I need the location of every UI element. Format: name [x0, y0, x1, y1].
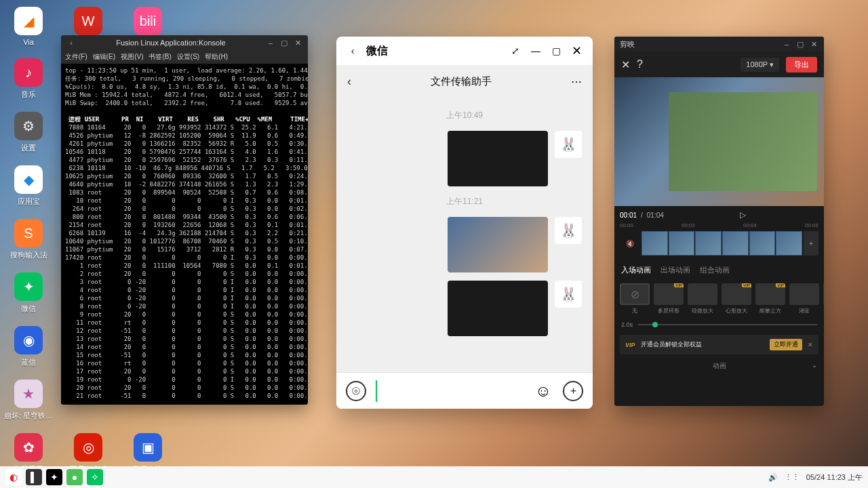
konsole-menubar: 文件(F)编辑(E)视图(V)书签(B)设置(S)帮助(H)	[61, 50, 308, 64]
taskbar-capcut[interactable]: ✦	[46, 469, 62, 485]
jianying-window: 剪映 – ▢ ✕ ✕ ? 1080P ▾ 导出 00:01 / 01:04 ▷ …	[614, 37, 824, 406]
chat-back-icon[interactable]: ‹	[347, 75, 351, 89]
vip-open-button[interactable]: 立即开通	[770, 339, 802, 350]
back-icon[interactable]: ‹	[346, 44, 359, 58]
duration-slider[interactable]: 2.0s	[614, 317, 824, 332]
close-icon[interactable]: ✕	[570, 44, 583, 58]
minimize-icon[interactable]: —	[529, 44, 542, 58]
konsole-title: Fusion Linux Application:Konsole	[80, 39, 262, 47]
play-icon[interactable]: ▷	[740, 210, 746, 220]
desktop-icon[interactable]: ⚙设置	[12, 112, 45, 153]
bottom-tab[interactable]: 动画 ⌄	[614, 357, 824, 375]
add-icon[interactable]: ＋	[563, 381, 583, 401]
message: 🐰	[336, 213, 593, 277]
menu-item[interactable]: 编辑(E)	[93, 52, 115, 62]
menu-item[interactable]: 书签(B)	[149, 52, 171, 62]
start-button[interactable]: ◐	[5, 469, 22, 485]
chevron-down-icon[interactable]: ⌄	[812, 361, 817, 369]
clip[interactable]	[642, 231, 668, 256]
chat-input-bar: ⦾ ☺ ＋	[336, 372, 593, 409]
wifi-icon[interactable]: ⋮⋮	[785, 473, 800, 482]
effect-item[interactable]: ⊘无	[620, 283, 650, 314]
clip[interactable]	[695, 231, 722, 256]
message: 🐰	[336, 277, 593, 340]
close-panel-icon[interactable]: ✕	[621, 58, 630, 71]
timeline: 00:01 / 01:04 ▷ 00:0000:0200:0400:06 🔇 ＋	[614, 206, 824, 260]
konsole-titlebar[interactable]: ‹ Fusion Linux Application:Konsole – ▢ ✕	[61, 35, 308, 50]
image-attachment[interactable]	[448, 281, 548, 336]
duration: 01:04	[647, 211, 664, 219]
resolution-dropdown[interactable]: 1080P ▾	[741, 58, 779, 72]
avatar[interactable]: 🐰	[555, 131, 582, 158]
current-time: 00:01	[620, 211, 637, 219]
effect-item[interactable]: 轻微放大	[688, 283, 717, 314]
taskbar-wechat[interactable]: ✧	[87, 469, 103, 485]
back-icon[interactable]: ‹	[66, 38, 76, 47]
minimize-icon[interactable]: –	[782, 39, 791, 49]
image-attachment[interactable]	[448, 217, 548, 272]
effect-item[interactable]: 2024	[823, 283, 824, 314]
desktop-icon[interactable]: ◢Via	[12, 7, 45, 46]
taskbar-terminal[interactable]: ▌	[26, 469, 42, 485]
close-icon[interactable]: ✕	[293, 38, 302, 47]
tab[interactable]: 组合动画	[700, 265, 730, 275]
desktop-icon[interactable]: ✦微信	[12, 272, 45, 314]
video-track[interactable]: 🔇 ＋	[620, 231, 818, 256]
minimize-icon[interactable]: –	[266, 38, 275, 47]
clip[interactable]	[722, 231, 749, 256]
jy-titlebar[interactable]: 剪映 – ▢ ✕	[614, 37, 824, 52]
taskbar-app[interactable]: ●	[66, 469, 83, 485]
terminal-output[interactable]: top - 11:23:50 up 51 min, 1 user, load a…	[61, 64, 308, 405]
menu-item[interactable]: 设置(S)	[177, 52, 199, 62]
desktop-icon[interactable]: ♪音乐	[12, 58, 45, 100]
volume-icon[interactable]: 🔊	[768, 473, 778, 482]
effect-item[interactable]: VIP心形放大	[722, 283, 751, 314]
avatar[interactable]: 🐰	[555, 281, 582, 308]
image-attachment[interactable]	[448, 131, 548, 186]
desktop-icon[interactable]: S搜狗输入法	[12, 219, 45, 260]
tab[interactable]: 入场动画	[621, 265, 651, 275]
maximize-icon[interactable]: ▢	[795, 39, 805, 49]
maximize-icon[interactable]: ▢	[279, 38, 289, 47]
mute-icon[interactable]: 🔇	[620, 231, 640, 256]
vip-banner: VIP 开通会员解锁全部权益 立即开通 ✕	[620, 335, 818, 354]
maximize-icon[interactable]: ▢	[549, 44, 563, 58]
export-button[interactable]: 导出	[786, 57, 817, 73]
effect-item[interactable]: VIP能量立方	[755, 283, 785, 314]
emoji-icon[interactable]: ☺	[533, 381, 553, 401]
menu-item[interactable]: 视图(V)	[121, 52, 143, 62]
wechat-header: ‹ 微信 ⤢ — ▢ ✕	[336, 37, 593, 65]
animation-tabs: 入场动画出场动画组合动画	[614, 260, 824, 281]
desktop-icon[interactable]: ★崩坏: 星穹铁…	[12, 380, 45, 421]
expand-icon[interactable]: ⤢	[509, 44, 522, 58]
avatar[interactable]: 🐰	[555, 217, 582, 244]
jy-title: 剪映	[620, 39, 635, 49]
close-icon[interactable]: ✕	[809, 39, 818, 49]
message-input[interactable]	[376, 380, 524, 402]
help-icon[interactable]: ?	[637, 58, 643, 70]
clip[interactable]	[749, 231, 776, 256]
menu-item[interactable]: 帮助(H)	[205, 52, 228, 62]
jy-toolbar: ✕ ? 1080P ▾ 导出	[614, 52, 824, 77]
duration-value: 2.0s	[621, 321, 633, 328]
desktop-icon[interactable]: ◉蓝信	[12, 326, 45, 367]
clock[interactable]: 05/24 11:23 上午	[806, 472, 863, 483]
desktop-icon[interactable]: ◆应用宝	[12, 165, 45, 207]
menu-item[interactable]: 文件(F)	[65, 52, 87, 62]
konsole-window: ‹ Fusion Linux Application:Konsole – ▢ ✕…	[61, 35, 308, 405]
clip[interactable]	[669, 231, 695, 256]
add-track-button[interactable]: ＋	[804, 231, 818, 256]
time-ruler[interactable]: 00:0000:0200:0400:06	[620, 220, 818, 231]
vip-close-icon[interactable]: ✕	[808, 342, 813, 348]
video-preview[interactable]	[614, 77, 824, 206]
chat-more-icon[interactable]: ⋯	[571, 75, 582, 88]
timestamp: 上午10:49	[336, 110, 593, 121]
vip-logo: VIP	[625, 342, 635, 348]
system-tray[interactable]: 🔊 ⋮⋮ 05/24 11:23 上午	[768, 472, 863, 483]
tab[interactable]: 出场动画	[660, 265, 690, 275]
clip[interactable]	[776, 231, 802, 256]
voice-icon[interactable]: ⦾	[346, 381, 366, 401]
effect-item[interactable]: VIP多层环形	[654, 283, 684, 314]
chat-area[interactable]: 上午10:49 🐰 上午11:21 🐰 🐰	[336, 98, 593, 372]
effect-item[interactable]: 湖蓝	[789, 283, 819, 314]
